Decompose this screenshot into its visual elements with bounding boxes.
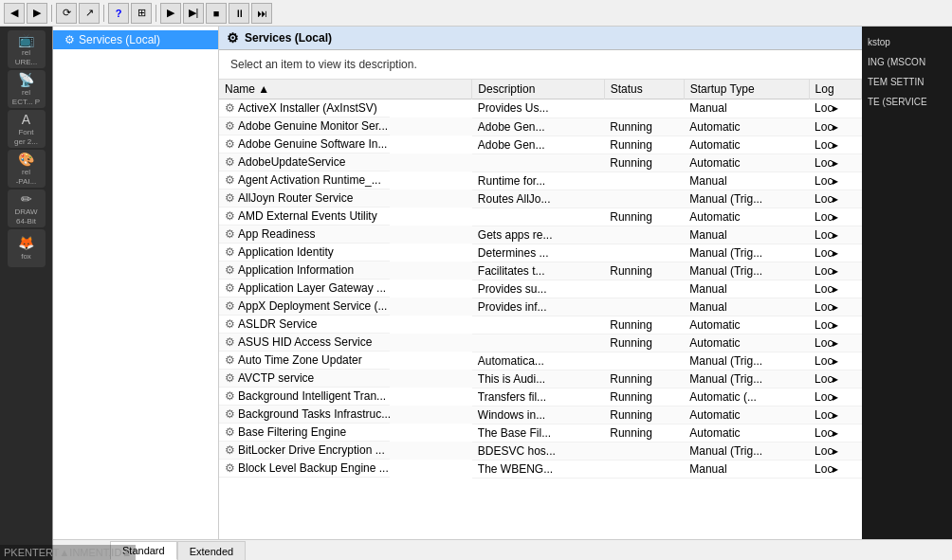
service-name: ASLDR Service bbox=[238, 317, 317, 331]
service-desc-cell: Automatica... bbox=[472, 352, 604, 370]
table-row[interactable]: ⚙AdobeUpdateServiceRunningAutomaticLoc▸ bbox=[219, 154, 862, 172]
service-log-cell: Loc▸ bbox=[809, 370, 861, 388]
service-status-cell bbox=[604, 280, 684, 298]
service-desc-cell: Windows in... bbox=[472, 406, 604, 424]
service-name: Agent Activation Runtime_... bbox=[238, 173, 381, 187]
table-row[interactable]: ⚙Background Tasks Infrastruc...Windows i… bbox=[219, 406, 862, 424]
forward-button[interactable]: ▶ bbox=[27, 3, 47, 24]
services-table: Name ▲ Description Status Startup Type L… bbox=[219, 80, 862, 479]
service-log-cell: Loc▸ bbox=[809, 406, 861, 424]
tab-extended[interactable]: Extended bbox=[177, 541, 246, 560]
service-startup-cell: Manual bbox=[684, 226, 809, 244]
service-icon: ⚙ bbox=[225, 371, 235, 385]
mmc-nav: ⚙ Services (Local) ⚙ Services (Local) Se… bbox=[53, 27, 952, 539]
services-icon: ⚙ bbox=[64, 33, 75, 46]
service-desc-cell: Gets apps re... bbox=[472, 226, 604, 244]
stop-button[interactable]: ■ bbox=[206, 3, 227, 24]
service-startup-cell: Manual (Trig... bbox=[684, 442, 809, 460]
service-startup-cell: Manual bbox=[684, 280, 809, 298]
bottom-tabs: Standard Extended bbox=[53, 539, 952, 560]
table-row[interactable]: ⚙ActiveX Installer (AxInstSV)Provides Us… bbox=[219, 99, 862, 118]
service-desc-cell bbox=[472, 154, 604, 172]
service-log-cell: Loc▸ bbox=[809, 208, 861, 226]
service-name-cell: ⚙BitLocker Drive Encryption ... bbox=[219, 442, 390, 460]
service-startup-cell: Manual bbox=[684, 298, 809, 316]
sidebar-icon-tv[interactable]: 📺 relURE... bbox=[8, 30, 46, 68]
content-header: ⚙ Services (Local) bbox=[219, 27, 862, 50]
service-desc-cell: Facilitates t... bbox=[472, 262, 604, 280]
table-row[interactable]: ⚙Application IdentityDetermines ...Manua… bbox=[219, 244, 862, 262]
play2-button[interactable]: ▶| bbox=[183, 3, 204, 24]
service-log-cell: Loc▸ bbox=[809, 442, 861, 460]
sidebar-icon-firefox[interactable]: 🦊 fox bbox=[8, 229, 46, 267]
table-row[interactable]: ⚙ASLDR ServiceRunningAutomaticLoc▸ bbox=[219, 316, 862, 334]
table-row[interactable]: ⚙AVCTP serviceThis is Audi...RunningManu… bbox=[219, 370, 862, 388]
service-status-cell bbox=[604, 99, 684, 118]
export-button[interactable]: ↗ bbox=[79, 3, 100, 24]
service-name: Application Information bbox=[238, 263, 354, 277]
table-row[interactable]: ⚙AppX Deployment Service (...Provides in… bbox=[219, 298, 862, 316]
overlay-text-1: kstop bbox=[866, 34, 948, 50]
service-desc-cell bbox=[472, 334, 604, 352]
service-name-cell: ⚙ASUS HID Access Service bbox=[219, 334, 390, 352]
service-startup-cell: Automatic bbox=[684, 406, 809, 424]
table-row[interactable]: ⚙Auto Time Zone UpdaterAutomatica...Manu… bbox=[219, 352, 862, 370]
table-row[interactable]: ⚙Adobe Genuine Monitor Ser...Adobe Gen..… bbox=[219, 117, 862, 135]
table-row[interactable]: ⚙Background Intelligent Tran...Transfers… bbox=[219, 388, 862, 406]
service-status-cell: Running bbox=[604, 154, 684, 172]
col-log[interactable]: Log bbox=[809, 80, 861, 99]
back-button[interactable]: ◀ bbox=[4, 3, 25, 24]
service-desc-cell: Determines ... bbox=[472, 244, 604, 262]
content-panel: ⚙ Services (Local) Select an item to vie… bbox=[219, 27, 862, 539]
col-startup[interactable]: Startup Type bbox=[684, 80, 809, 99]
service-icon: ⚙ bbox=[225, 353, 235, 367]
service-log-cell: Loc▸ bbox=[809, 172, 861, 190]
content-header-icon: ⚙ bbox=[227, 30, 239, 45]
table-row[interactable]: ⚙Block Level Backup Engine ...The WBENG.… bbox=[219, 460, 862, 478]
sidebar-icon-draw[interactable]: ✏ DRAW64-Bit bbox=[8, 190, 46, 227]
view-button[interactable]: ⊞ bbox=[131, 3, 152, 24]
sidebar-icon-font[interactable]: A Fontger 2... bbox=[8, 110, 46, 148]
refresh-button[interactable]: ⟳ bbox=[56, 3, 77, 24]
table-row[interactable]: ⚙BitLocker Drive Encryption ...BDESVC ho… bbox=[219, 442, 862, 460]
sidebar-icon-signal[interactable]: 📡 relECT... P bbox=[8, 70, 46, 108]
service-status-cell: Running bbox=[604, 370, 684, 388]
service-status-cell: Running bbox=[604, 424, 684, 442]
nav-item-services-local[interactable]: ⚙ Services (Local) bbox=[53, 30, 218, 49]
col-description[interactable]: Description bbox=[472, 80, 604, 99]
service-status-cell: Running bbox=[604, 406, 684, 424]
skip-button[interactable]: ⏭ bbox=[251, 3, 272, 24]
service-icon: ⚙ bbox=[225, 119, 235, 133]
sidebar-label-6: fox bbox=[21, 252, 31, 262]
description-text: Select an item to view its description. bbox=[230, 58, 417, 71]
nav-item-label: Services (Local) bbox=[79, 33, 160, 46]
table-row[interactable]: ⚙Application Layer Gateway ...Provides s… bbox=[219, 280, 862, 298]
table-row[interactable]: ⚙AllJoyn Router ServiceRoutes AllJo...Ma… bbox=[219, 190, 862, 208]
table-row[interactable]: ⚙Adobe Genuine Software In...Adobe Gen..… bbox=[219, 135, 862, 154]
service-name: Adobe Genuine Software In... bbox=[238, 137, 387, 151]
service-name-cell: ⚙Adobe Genuine Software In... bbox=[219, 135, 390, 154]
service-status-cell: Running bbox=[604, 388, 684, 406]
separator-3 bbox=[156, 5, 156, 22]
help-button[interactable]: ? bbox=[108, 3, 129, 24]
overlay-text-2: ING (MSCON bbox=[866, 54, 948, 70]
col-status[interactable]: Status bbox=[604, 80, 684, 99]
service-log-cell: Loc▸ bbox=[809, 99, 861, 118]
sidebar-label-2: relECT... P bbox=[12, 88, 40, 106]
sidebar-icon-paint[interactable]: 🎨 rel-PAI... bbox=[8, 150, 46, 188]
service-name-cell: ⚙Application Identity bbox=[219, 244, 390, 262]
services-table-container[interactable]: Name ▲ Description Status Startup Type L… bbox=[219, 80, 862, 539]
table-row[interactable]: ⚙Application InformationFacilitates t...… bbox=[219, 262, 862, 280]
service-status-cell bbox=[604, 172, 684, 190]
table-row[interactable]: ⚙ASUS HID Access ServiceRunningAutomatic… bbox=[219, 334, 862, 352]
service-status-cell: Running bbox=[604, 316, 684, 334]
table-row[interactable]: ⚙Agent Activation Runtime_...Runtime for… bbox=[219, 172, 862, 190]
play-button[interactable]: ▶ bbox=[160, 3, 181, 24]
pause-button[interactable]: ⏸ bbox=[229, 3, 249, 24]
table-row[interactable]: ⚙AMD External Events UtilityRunningAutom… bbox=[219, 208, 862, 226]
service-icon: ⚙ bbox=[225, 137, 235, 151]
table-row[interactable]: ⚙App ReadinessGets apps re...ManualLoc▸ bbox=[219, 226, 862, 244]
col-name[interactable]: Name ▲ bbox=[219, 80, 472, 99]
service-name-cell: ⚙Auto Time Zone Updater bbox=[219, 352, 390, 370]
table-row[interactable]: ⚙Base Filtering EngineThe Base Fil...Run… bbox=[219, 424, 862, 442]
